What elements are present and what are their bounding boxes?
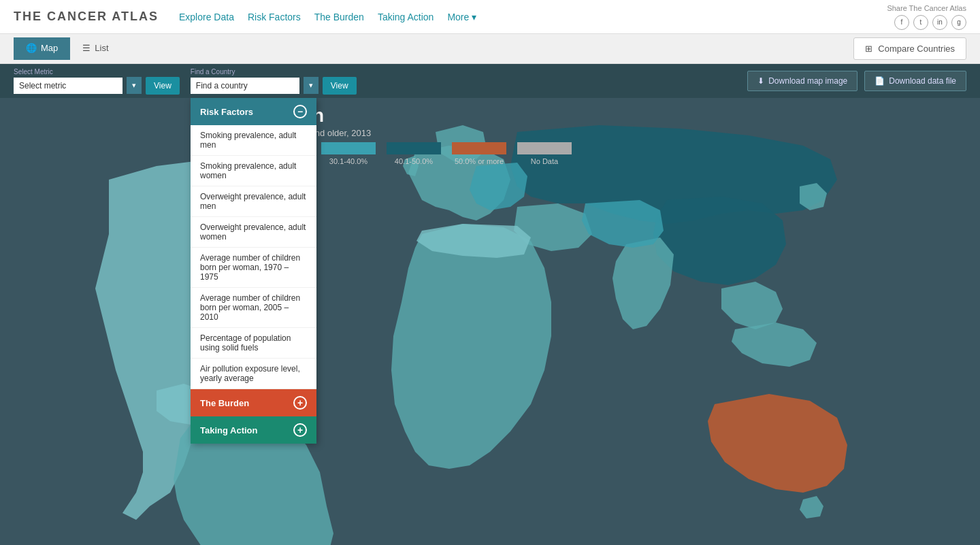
menu-item-overweight-men[interactable]: Overweight prevalence, adult men (191, 186, 316, 217)
legend-label-5: 50.0% or more (455, 157, 504, 165)
legend-label-6: No Data (531, 157, 558, 165)
tab-list-label: List (95, 43, 108, 53)
overweight-men-label: Overweight prevalence, adult men (200, 192, 306, 211)
metric-view-btn[interactable]: View (146, 77, 180, 95)
linkedin-icon[interactable]: in (932, 15, 947, 30)
metric-control: Select Metric Select metric ▾ View (14, 68, 180, 95)
download-data-btn[interactable]: 📄 Download data file (864, 71, 966, 91)
twitter-icon[interactable]: t (913, 15, 928, 30)
legend-color-4 (387, 142, 441, 154)
menu-item-smoking-men[interactable]: Smoking prevalence, adult men (191, 125, 316, 156)
download-map-label: Download map image (768, 76, 847, 86)
nav-taking-action[interactable]: Taking Action (378, 12, 434, 22)
tab-map-label: Map (41, 43, 58, 53)
legend-label-4: 40.1-50.0% (395, 157, 433, 165)
menu-item-children-1970[interactable]: Average number of children born per woma… (191, 248, 316, 288)
menu-section-risk[interactable]: Risk Factors − (191, 98, 316, 125)
map-icon: 🌐 (26, 43, 37, 53)
tab-list[interactable]: ☰ List (70, 37, 120, 60)
share-label: Share The Cancer Atlas (887, 4, 966, 12)
more-label: More (447, 12, 469, 22)
nav-more[interactable]: More ▾ (447, 12, 476, 22)
action-expand-icon: + (293, 423, 307, 437)
country-dropdown-btn[interactable]: ▾ (304, 77, 318, 94)
menu-section-action[interactable]: Taking Action + (191, 416, 316, 444)
site-logo: THE CANCER ATLAS (14, 10, 159, 24)
header-right: Share The Cancer Atlas f t in g (887, 4, 966, 30)
compare-label: Compare Countries (878, 44, 955, 54)
chevron-down-icon: ▾ (472, 12, 476, 22)
controls-bar: Select Metric Select metric ▾ View Find … (0, 64, 980, 98)
legend-color-6 (517, 142, 572, 154)
country-row: Find a country ▾ View (191, 77, 357, 95)
menu-item-overweight-women[interactable]: Overweight prevalence, adult women (191, 217, 316, 248)
metric-select[interactable]: Select metric (14, 78, 122, 94)
menu-item-children-2005[interactable]: Average number of children born per woma… (191, 288, 316, 328)
compare-countries-button[interactable]: ⊞ Compare Countries (853, 37, 966, 60)
action-label: Taking Action (200, 425, 258, 435)
download-map-icon: ⬇ (757, 76, 764, 86)
nav-explore-data[interactable]: Explore Data (179, 12, 234, 22)
download-data-label: Download data file (889, 76, 956, 86)
smoking-women-label: Smoking prevalence, adult women (200, 161, 296, 180)
smoking-men-label: Smoking prevalence, adult men (200, 131, 296, 150)
download-area: ⬇ Download map image 📄 Download data fil… (747, 71, 966, 91)
children-2005-label: Average number of children born per woma… (200, 293, 300, 322)
download-map-btn[interactable]: ⬇ Download map image (747, 71, 858, 91)
main-nav: Explore Data Risk Factors The Burden Tak… (179, 12, 476, 22)
burden-expand-icon: + (293, 396, 307, 410)
metric-dropdown-btn[interactable]: ▾ (127, 77, 142, 94)
dropdown-menu: Risk Factors − Smoking prevalence, adult… (191, 98, 316, 444)
legend-item-4: 40.1-50.0% (387, 142, 441, 165)
menu-section-burden[interactable]: The Burden + (191, 389, 316, 416)
legend-label-3: 30.1-40.0% (329, 157, 368, 165)
legend-color-3 (321, 142, 376, 154)
view-tabs: 🌐 Map ☰ List (14, 37, 121, 60)
children-1970-label: Average number of children born per woma… (200, 253, 300, 282)
legend-item-3: 30.1-40.0% (321, 142, 376, 165)
menu-item-smoking-women[interactable]: Smoking prevalence, adult women (191, 156, 316, 186)
overweight-women-label: Overweight prevalence, adult women (200, 222, 306, 242)
burden-label: The Burden (200, 398, 249, 408)
download-data-icon: 📄 (875, 76, 885, 86)
legend-item-5: 50.0% or more (452, 142, 506, 165)
country-select[interactable]: Find a country (191, 78, 299, 94)
solid-fuels-label: Percentage of population using solid fue… (200, 333, 291, 352)
nav-the-burden[interactable]: The Burden (314, 12, 364, 22)
facebook-icon[interactable]: f (894, 15, 909, 30)
social-icons: f t in g (894, 15, 966, 30)
legend-item-6: No Data (517, 142, 572, 165)
legend-color-5 (452, 142, 506, 154)
header: THE CANCER ATLAS Explore Data Risk Facto… (0, 0, 980, 34)
google-plus-icon[interactable]: g (951, 15, 966, 30)
compare-icon: ⊞ (865, 44, 872, 54)
country-view-btn[interactable]: View (323, 77, 357, 95)
header-left: THE CANCER ATLAS Explore Data Risk Facto… (14, 10, 476, 24)
risk-factors-label: Risk Factors (200, 107, 253, 117)
menu-item-air-pollution[interactable]: Air pollution exposure level, yearly ave… (191, 359, 316, 389)
metric-label: Select Metric (14, 68, 180, 76)
risk-collapse-icon: − (293, 105, 307, 118)
tab-map[interactable]: 🌐 Map (14, 37, 70, 60)
list-icon: ☰ (82, 43, 91, 53)
nav-risk-factors[interactable]: Risk Factors (248, 12, 301, 22)
air-pollution-label: Air pollution exposure level, yearly ave… (200, 364, 300, 383)
menu-item-solid-fuels[interactable]: Percentage of population using solid fue… (191, 328, 316, 359)
main-area: nce, adult men estimate among men aged 1… (0, 98, 980, 545)
country-control: Find a Country Find a country ▾ View (191, 68, 357, 95)
country-label: Find a Country (191, 68, 357, 76)
metric-row: Select metric ▾ View (14, 77, 180, 95)
toolbar: 🌐 Map ☰ List ⊞ Compare Countries (0, 34, 980, 64)
